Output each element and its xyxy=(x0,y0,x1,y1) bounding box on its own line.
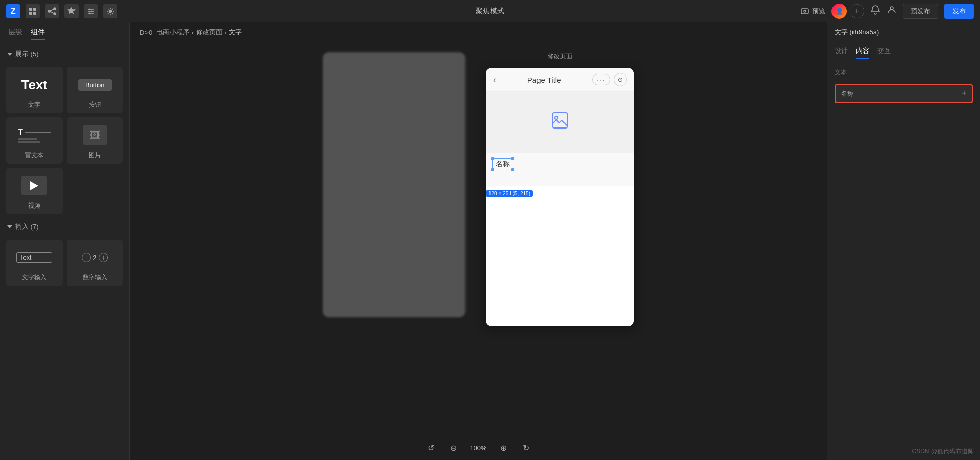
video-label: 视频 xyxy=(28,201,40,210)
tab-components[interactable]: 组件 xyxy=(31,28,45,40)
add-text-button[interactable]: + xyxy=(961,88,967,99)
svg-point-13 xyxy=(91,10,93,12)
right-panel-header: 文字 (iih9na5a) xyxy=(827,22,980,42)
phone-mockup[interactable]: ‹ Page Title ··· ⊙ xyxy=(486,68,634,326)
redo-button[interactable]: ↻ xyxy=(518,441,533,456)
phone-dots-button[interactable]: ··· xyxy=(592,74,610,85)
svg-point-4 xyxy=(54,8,56,10)
section-input-header[interactable]: 输入 (7) xyxy=(0,218,129,236)
dimension-tag: 120 × 25 I (5, 215) xyxy=(486,190,533,197)
svg-rect-0 xyxy=(29,8,32,11)
triangle-icon xyxy=(7,53,12,56)
phone-record-button[interactable]: ⊙ xyxy=(614,73,627,86)
svg-point-12 xyxy=(89,8,90,10)
numberinput-label: 数字输入 xyxy=(83,273,107,282)
add-member-icon[interactable]: + xyxy=(850,4,864,18)
svg-rect-3 xyxy=(33,12,36,15)
svg-point-18 xyxy=(890,7,893,10)
richtext-preview: T xyxy=(14,123,55,147)
component-video[interactable]: 视频 xyxy=(6,168,63,214)
focus-mode-label: 聚焦模式 xyxy=(476,7,504,16)
watermark: CSDN @低代码布道师 xyxy=(912,447,974,456)
canvas-area: 修改页面 ‹ Page Title ··· ⊙ xyxy=(130,42,827,436)
component-button[interactable]: Button 按钮 xyxy=(67,67,124,113)
right-content: 名称 + xyxy=(827,80,980,107)
right-panel: 文字 (iih9na5a) 设计 内容 交互 文本 名称 + xyxy=(827,22,980,460)
topbar-right: 预览 👤 + 预发布 发布 xyxy=(801,4,974,19)
release-button[interactable]: 发布 xyxy=(944,4,974,19)
svg-rect-1 xyxy=(33,8,36,11)
main-layout: 层级 组件 展示 (5) Text 文字 Button 按钮 xyxy=(0,22,980,460)
phone-content-row[interactable]: 名称 120 × 25 I (5, 215) xyxy=(486,153,634,186)
triangle-input-icon xyxy=(7,225,12,228)
left-panel: 层级 组件 展示 (5) Text 文字 Button 按钮 xyxy=(0,22,130,460)
left-tabs: 层级 组件 xyxy=(0,22,129,45)
avatar-group: 👤 + xyxy=(831,4,864,19)
topbar-left: Z xyxy=(6,4,117,18)
undo-button[interactable]: ↺ xyxy=(423,441,438,456)
svg-point-20 xyxy=(555,116,558,119)
zoom-level: 100% xyxy=(468,444,488,452)
button-preview: Button xyxy=(75,73,115,96)
image-preview: 🖼 xyxy=(75,123,115,147)
component-numberinput[interactable]: − 2 + 数字输入 xyxy=(67,240,124,286)
preview-button[interactable]: 预览 xyxy=(801,7,825,16)
svg-line-7 xyxy=(51,12,54,13)
canvas-toolbar: ↺ ⊖ 100% ⊕ ↻ xyxy=(130,436,827,460)
text-selection-element[interactable]: 名称 xyxy=(492,158,513,170)
adjust-icon[interactable] xyxy=(84,4,98,18)
phone-actions: ··· ⊙ xyxy=(592,73,627,86)
selected-text-content: 名称 xyxy=(496,160,510,169)
phone-back-icon[interactable]: ‹ xyxy=(493,74,496,85)
tab-design[interactable]: 设计 xyxy=(835,46,848,59)
user-menu-icon[interactable] xyxy=(887,5,897,17)
svg-line-8 xyxy=(51,9,54,11)
textinput-label: 文字输入 xyxy=(22,273,46,282)
image-label: 图片 xyxy=(89,151,101,160)
svg-point-6 xyxy=(54,13,56,15)
grid-icon[interactable] xyxy=(26,4,40,18)
pin-icon[interactable] xyxy=(64,4,79,18)
phone-image-area xyxy=(486,92,634,153)
corner-tr xyxy=(511,157,514,160)
text-preview: Text xyxy=(14,73,55,96)
zoom-out-button[interactable]: ⊖ xyxy=(446,441,461,456)
textinput-preview xyxy=(14,246,55,269)
svg-point-14 xyxy=(89,12,91,14)
logo-z-icon[interactable]: Z xyxy=(6,4,20,18)
component-image[interactable]: 🖼 图片 xyxy=(67,117,124,164)
video-preview xyxy=(14,174,55,197)
settings-icon[interactable] xyxy=(103,4,117,18)
component-text[interactable]: Text 文字 xyxy=(6,67,63,113)
richtext-label: 富文本 xyxy=(25,151,43,160)
right-section-text: 文本 xyxy=(827,63,980,80)
zoom-in-button[interactable]: ⊕ xyxy=(496,441,511,456)
center-canvas: D>0 电商小程序 › 修改页面 › 文字 修改页面 ‹ Page Title xyxy=(130,22,827,460)
svg-rect-2 xyxy=(29,12,32,15)
svg-rect-16 xyxy=(801,9,808,14)
text-name-value: 名称 xyxy=(841,89,854,98)
display-components-grid: Text 文字 Button 按钮 T xyxy=(0,63,129,218)
tab-interact[interactable]: 交互 xyxy=(877,46,891,59)
svg-point-5 xyxy=(48,10,51,12)
phone-body: 名称 120 × 25 I (5, 215) xyxy=(486,92,634,326)
component-textinput[interactable]: 文字输入 xyxy=(6,240,63,286)
share-icon[interactable] xyxy=(45,4,59,18)
tab-layers[interactable]: 层级 xyxy=(8,28,22,40)
phone-blur-bg xyxy=(323,52,465,317)
tab-content[interactable]: 内容 xyxy=(856,46,869,59)
phone-header: ‹ Page Title ··· ⊙ xyxy=(486,68,634,92)
text-name-row[interactable]: 名称 + xyxy=(835,84,973,103)
svg-rect-19 xyxy=(552,113,568,128)
topbar: Z 聚焦模式 预览 👤 + xyxy=(0,0,980,22)
button-label: 按钮 xyxy=(89,100,101,109)
right-tabs: 设计 内容 交互 xyxy=(827,42,980,63)
pre-publish-button[interactable]: 预发布 xyxy=(903,4,938,19)
notification-icon[interactable] xyxy=(870,5,880,17)
phone-image-icon xyxy=(551,111,569,134)
svg-point-17 xyxy=(804,10,806,12)
component-richtext[interactable]: T 富文本 xyxy=(6,117,63,164)
corner-bl xyxy=(491,168,494,171)
section-display-header[interactable]: 展示 (5) xyxy=(0,45,129,63)
modify-page-label: 修改页面 xyxy=(548,52,572,61)
